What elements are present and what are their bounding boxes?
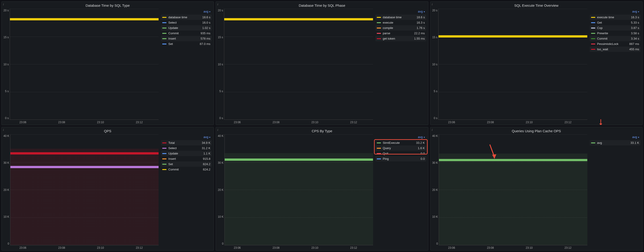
legend-item[interactable]: Commit935 ms bbox=[161, 31, 212, 36]
legend-label: PessimisticLock bbox=[597, 42, 618, 46]
info-icon[interactable]: i bbox=[3, 128, 4, 132]
legend-label: Select bbox=[168, 21, 176, 24]
legend-label: tso_wait bbox=[597, 48, 608, 51]
legend-label: compile bbox=[383, 26, 393, 30]
legend-item[interactable]: Prewrite3.58 s bbox=[590, 31, 640, 36]
aggregation-selector[interactable]: avg▾ bbox=[590, 134, 640, 140]
legend-item[interactable]: Select31.2 K bbox=[161, 146, 212, 151]
legend: avg▾ database time18.6 sSelect16.0 sUpda… bbox=[161, 9, 212, 124]
legend-item[interactable]: Insert578 ms bbox=[161, 36, 212, 41]
info-icon[interactable]: i bbox=[217, 3, 218, 6]
legend-label: Commit bbox=[168, 168, 179, 171]
legend-value: 22.2 ms bbox=[414, 32, 425, 35]
legend-value: 87.0 ms bbox=[200, 42, 210, 46]
legend-item[interactable]: Query1.6 K bbox=[376, 146, 426, 151]
legend-value: 935 ms bbox=[201, 32, 210, 35]
legend-item[interactable]: execute16.3 s bbox=[376, 20, 426, 25]
legend-swatch bbox=[162, 164, 166, 165]
plot-grid bbox=[10, 9, 159, 120]
legend-value: 16.3 s bbox=[416, 21, 425, 24]
legend-swatch bbox=[591, 143, 595, 143]
legend-swatch bbox=[162, 17, 166, 18]
legend-label: Update bbox=[168, 26, 178, 30]
legend-item[interactable]: compile1.76 s bbox=[376, 25, 426, 31]
legend-item[interactable]: Get5.33 s bbox=[590, 20, 640, 25]
legend-value: 915.8 bbox=[203, 157, 210, 161]
info-icon[interactable]: i bbox=[217, 128, 218, 132]
legend-swatch bbox=[377, 17, 381, 18]
legend-item[interactable]: Commit824.2 bbox=[161, 167, 212, 172]
y-axis: 20 s15 s10 s5 s0 s bbox=[218, 9, 224, 120]
legend-label: execute bbox=[383, 21, 394, 24]
legend-value: 3.87 s bbox=[631, 26, 639, 30]
aggregation-selector[interactable]: avg▾ bbox=[376, 134, 426, 140]
legend-item[interactable]: avg33.1 K bbox=[590, 140, 640, 146]
legend-value: 18.6 s bbox=[416, 16, 425, 19]
aggregation-selector[interactable]: avg▾ bbox=[161, 9, 212, 15]
chart-area[interactable]: 20 s15 s10 s5 s0 s 23:0623:0823:1023:12 bbox=[432, 9, 587, 124]
legend-value: 18.6 s bbox=[202, 16, 210, 19]
legend-item[interactable]: Quit0.0 bbox=[376, 151, 426, 156]
legend-swatch bbox=[162, 143, 166, 143]
chart-area[interactable]: 40 K30 K20 K10 K0 2 bbox=[4, 134, 158, 249]
legend-item[interactable]: StmtExecute33.2 K bbox=[376, 140, 426, 146]
panel-title: SQL Execute Time Overview bbox=[432, 3, 640, 9]
info-icon[interactable]: i bbox=[3, 3, 4, 6]
legend-swatch bbox=[377, 158, 381, 159]
legend-label: avg bbox=[597, 141, 602, 145]
legend-item[interactable]: PessimisticLock887 ms bbox=[590, 41, 640, 47]
legend-value: 1.6 K bbox=[418, 146, 425, 150]
legend-label: database time bbox=[383, 16, 402, 19]
legend-value: 1.02 s bbox=[202, 26, 210, 30]
legend-label: parse bbox=[383, 32, 390, 35]
chevron-down-icon: ▾ bbox=[209, 136, 210, 139]
legend-swatch bbox=[377, 38, 381, 39]
legend-swatch bbox=[377, 148, 381, 149]
panel-title: Queries Using Plan Cache OPS bbox=[432, 129, 640, 134]
chart-area[interactable]: 40 K30 K20 K10 K0 23:0623:0823:1023:12 bbox=[432, 134, 587, 249]
legend-value: 455 ms bbox=[629, 48, 639, 51]
legend-value: 0.0 bbox=[421, 157, 425, 161]
legend-item[interactable]: Set87.0 ms bbox=[161, 41, 212, 47]
legend-swatch bbox=[162, 158, 166, 159]
legend-item[interactable]: parse22.2 ms bbox=[376, 31, 426, 36]
legend-item[interactable]: Set824.2 bbox=[161, 161, 212, 167]
legend-item[interactable]: Commit3.34 s bbox=[590, 36, 640, 41]
legend-swatch bbox=[591, 22, 595, 23]
legend-item[interactable]: Ping0.0 bbox=[376, 156, 426, 161]
aggregation-selector[interactable]: avg▾ bbox=[590, 9, 640, 15]
legend-swatch bbox=[591, 17, 595, 18]
legend-value: 3.58 s bbox=[631, 32, 639, 35]
legend-item[interactable]: Update1.1 K bbox=[161, 151, 212, 156]
info-icon[interactable]: i bbox=[432, 3, 433, 6]
chart-area[interactable]: 20 s15 s10 s5 s0 s 23:0623:0823:1023:12 bbox=[4, 9, 158, 124]
chart-area[interactable]: 40 K30 K20 K10 K0 23:0623:0823:1023:12 bbox=[218, 134, 373, 249]
legend-value: 33.1 K bbox=[630, 141, 639, 145]
chart-area[interactable]: 20 s15 s10 s5 s0 s 23:0623:0823:1023:12 bbox=[218, 9, 373, 124]
aggregation-selector[interactable]: avg▾ bbox=[376, 9, 426, 15]
legend-label: Commit bbox=[597, 37, 608, 40]
legend-item[interactable]: Update1.02 s bbox=[161, 25, 212, 31]
legend-item[interactable]: Select16.0 s bbox=[161, 20, 212, 25]
legend-item[interactable]: Insert915.8 bbox=[161, 156, 212, 161]
legend-item[interactable]: get token1.55 ms bbox=[376, 36, 426, 41]
legend-label: Total bbox=[168, 141, 174, 145]
legend-item[interactable]: tso_wait455 ms bbox=[590, 47, 640, 52]
legend-item[interactable]: Cop3.87 s bbox=[590, 25, 640, 31]
legend-swatch bbox=[162, 33, 166, 34]
legend-swatch bbox=[591, 28, 595, 29]
chevron-down-icon: ▾ bbox=[424, 136, 425, 139]
legend-swatch bbox=[591, 44, 595, 45]
chevron-down-icon: ▾ bbox=[209, 11, 210, 13]
info-icon[interactable]: i bbox=[432, 128, 433, 132]
panel-title: QPS bbox=[4, 129, 212, 134]
legend-swatch bbox=[162, 148, 166, 149]
legend-item[interactable]: Total34.9 K bbox=[161, 140, 212, 146]
aggregation-selector[interactable]: avg▾ bbox=[161, 134, 212, 140]
legend-item[interactable]: database time18.6 s bbox=[376, 15, 426, 20]
legend-item[interactable]: database time18.6 s bbox=[161, 15, 212, 20]
x-axis: 23:0623:0823:1023:12 bbox=[4, 120, 158, 124]
legend-label: Quit bbox=[383, 152, 388, 155]
legend-item[interactable]: execute time16.3 s bbox=[590, 15, 640, 20]
panel-sql-exec-time-overview: i SQL Execute Time Overview 20 s15 s10 s… bbox=[430, 2, 642, 125]
